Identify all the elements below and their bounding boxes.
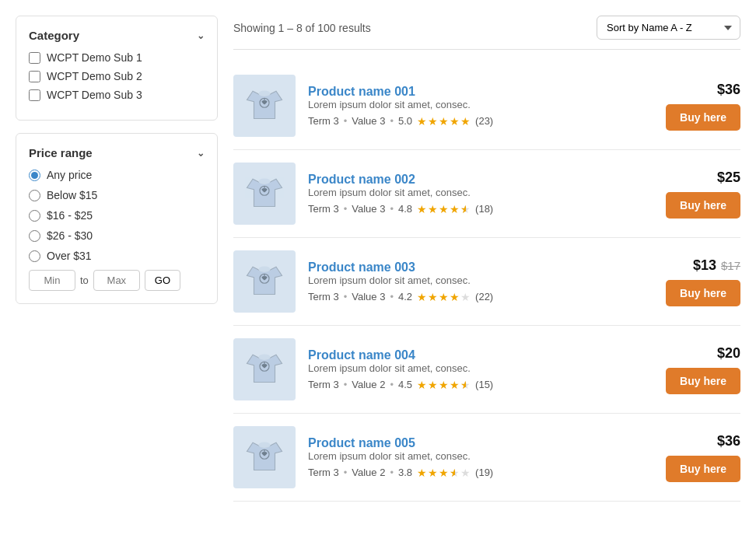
category-checkbox[interactable] xyxy=(29,89,40,101)
svg-point-3 xyxy=(259,179,271,185)
star-half: ★★ xyxy=(460,203,471,215)
chevron-down-icon: ⌄ xyxy=(197,148,205,159)
category-label: WCPT Demo Sub 1 xyxy=(47,51,142,64)
category-label: WCPT Demo Sub 2 xyxy=(47,70,142,82)
price-option[interactable]: Any price xyxy=(29,169,205,181)
product-price: $20 xyxy=(717,345,740,362)
price-radio[interactable] xyxy=(29,170,40,181)
product-original-price: $17 xyxy=(721,259,740,272)
product-row: Product name 001 Lorem ipsum dolor sit a… xyxy=(233,62,740,150)
main-content: Showing 1 – 8 of 100 results Sort by Nam… xyxy=(233,16,740,502)
product-rating-number: 4.8 xyxy=(398,203,412,215)
price-range-inputs: to GO xyxy=(29,270,205,291)
product-desc: Lorem ipsum dolor sit amet, consec. xyxy=(308,187,642,198)
price-option[interactable]: $16 - $25 xyxy=(29,209,205,222)
star-full: ★ xyxy=(450,115,460,128)
product-meta: Term 3 • Value 2 • 3.8 ★★★★★★ (19) xyxy=(308,467,642,479)
product-info: Product name 002 Lorem ipsum dolor sit a… xyxy=(308,173,642,215)
price-options-list: Any price Below $15 $16 - $25 $26 - $30 … xyxy=(29,169,205,262)
product-name[interactable]: Product name 002 xyxy=(308,173,415,186)
star-full: ★ xyxy=(428,291,438,303)
product-image xyxy=(233,338,296,400)
price-radio[interactable] xyxy=(29,250,40,262)
star-rating: ★★★★★ xyxy=(417,115,471,128)
star-full: ★ xyxy=(417,203,427,215)
product-price-action: $25 Buy here xyxy=(655,170,740,219)
product-image xyxy=(233,250,296,313)
star-full: ★ xyxy=(439,379,449,391)
star-rating: ★★★★★★ xyxy=(417,467,471,479)
price-radio[interactable] xyxy=(29,190,40,201)
product-desc: Lorem ipsum dolor sit amet, consec. xyxy=(308,99,642,110)
product-term: Term 3 xyxy=(308,115,339,127)
dot-separator: • xyxy=(344,291,348,302)
dot-separator: • xyxy=(344,115,348,127)
product-name[interactable]: Product name 001 xyxy=(308,85,415,98)
price-option[interactable]: Below $15 xyxy=(29,189,205,201)
product-image xyxy=(233,426,296,488)
price-go-button[interactable]: GO xyxy=(145,270,180,291)
dot-separator: • xyxy=(390,115,394,127)
category-item[interactable]: WCPT Demo Sub 3 xyxy=(29,89,205,101)
star-rating: ★★★★★ xyxy=(417,291,471,303)
star-full: ★ xyxy=(450,203,460,215)
product-value: Value 2 xyxy=(352,379,385,390)
product-price-action: $13 $17 Buy here xyxy=(655,257,740,306)
product-info: Product name 003 Lorem ipsum dolor sit a… xyxy=(308,261,642,303)
product-name[interactable]: Product name 003 xyxy=(308,261,415,274)
product-term: Term 3 xyxy=(308,467,339,478)
sort-select[interactable]: Sort by Name A - ZSort by Name Z - ASort… xyxy=(597,16,740,40)
price-min-input[interactable] xyxy=(29,270,75,291)
product-value: Value 3 xyxy=(352,291,385,302)
product-review-count: (23) xyxy=(475,115,493,127)
price-option-label: Over $31 xyxy=(47,250,92,262)
product-name[interactable]: Product name 004 xyxy=(308,348,415,362)
product-desc: Lorem ipsum dolor sit amet, consec. xyxy=(308,450,642,462)
dot-separator: • xyxy=(390,467,394,478)
buy-button[interactable]: Buy here xyxy=(666,368,740,394)
product-row: Product name 004 Lorem ipsum dolor sit a… xyxy=(233,326,740,414)
svg-point-0 xyxy=(259,91,271,97)
product-list: Product name 001 Lorem ipsum dolor sit a… xyxy=(233,62,740,502)
category-item[interactable]: WCPT Demo Sub 1 xyxy=(29,51,205,64)
star-full: ★ xyxy=(439,203,449,215)
product-desc: Lorem ipsum dolor sit amet, consec. xyxy=(308,274,642,286)
star-full: ★ xyxy=(439,467,449,479)
price-max-input[interactable] xyxy=(93,270,140,291)
product-term: Term 3 xyxy=(308,203,339,215)
product-review-count: (15) xyxy=(475,379,493,390)
category-label: WCPT Demo Sub 3 xyxy=(47,89,142,101)
buy-button[interactable]: Buy here xyxy=(666,280,740,306)
category-list: WCPT Demo Sub 1 WCPT Demo Sub 2 WCPT Dem… xyxy=(29,51,205,101)
category-filter-label: Category xyxy=(29,29,79,42)
price-radio[interactable] xyxy=(29,230,40,242)
product-review-count: (22) xyxy=(475,291,493,302)
product-value: Value 2 xyxy=(352,467,385,478)
price-option[interactable]: $26 - $30 xyxy=(29,229,205,242)
svg-point-12 xyxy=(259,442,271,449)
buy-button[interactable]: Buy here xyxy=(666,192,740,219)
category-checkbox[interactable] xyxy=(29,52,40,64)
product-row: Product name 002 Lorem ipsum dolor sit a… xyxy=(233,150,740,238)
star-full: ★ xyxy=(428,467,438,479)
star-full: ★ xyxy=(460,115,471,128)
star-empty: ★ xyxy=(460,467,471,479)
product-rating-number: 4.2 xyxy=(398,291,412,302)
price-option-label: $16 - $25 xyxy=(47,209,93,222)
price-option[interactable]: Over $31 xyxy=(29,250,205,262)
product-image xyxy=(233,163,296,225)
price-range-filter-header[interactable]: Price range ⌄ xyxy=(29,146,205,159)
product-name[interactable]: Product name 005 xyxy=(308,436,415,449)
star-full: ★ xyxy=(417,379,427,391)
category-filter-header[interactable]: Category ⌄ xyxy=(29,29,205,42)
results-header: Showing 1 – 8 of 100 results Sort by Nam… xyxy=(233,16,740,50)
category-checkbox[interactable] xyxy=(29,71,40,82)
price-range-filter: Price range ⌄ Any price Below $15 $16 - … xyxy=(16,133,218,304)
product-price-action: $36 Buy here xyxy=(655,82,740,131)
buy-button[interactable]: Buy here xyxy=(666,104,740,131)
dot-separator: • xyxy=(344,467,348,478)
category-item[interactable]: WCPT Demo Sub 2 xyxy=(29,70,205,82)
buy-button[interactable]: Buy here xyxy=(666,456,740,482)
price-radio[interactable] xyxy=(29,210,40,222)
star-full: ★ xyxy=(417,467,427,479)
